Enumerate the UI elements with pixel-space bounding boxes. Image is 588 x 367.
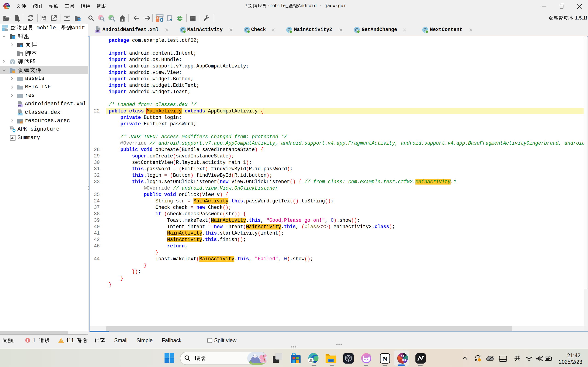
svg-text:DX: DX: [402, 358, 406, 362]
svg-text:MF: MF: [18, 104, 21, 107]
svg-text:DX: DX: [6, 6, 9, 8]
svg-text:JA: JA: [6, 4, 8, 6]
svg-text:N: N: [382, 355, 387, 362]
svg-text:JA: JA: [400, 355, 405, 358]
svg-text:J: J: [19, 113, 20, 116]
